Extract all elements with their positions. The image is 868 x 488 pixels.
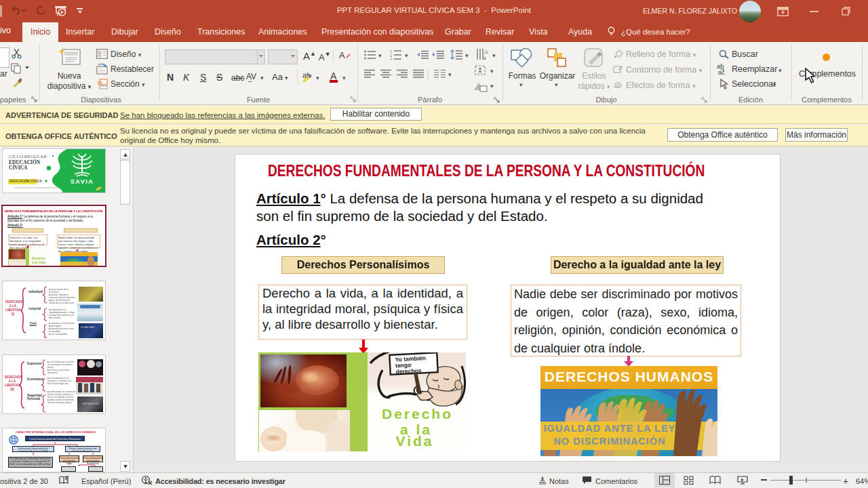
svg-text:A: A <box>484 49 488 56</box>
svg-text:A: A <box>339 50 345 60</box>
svg-text:derechos: derechos <box>395 367 422 375</box>
svg-text:3: 3 <box>390 58 393 60</box>
